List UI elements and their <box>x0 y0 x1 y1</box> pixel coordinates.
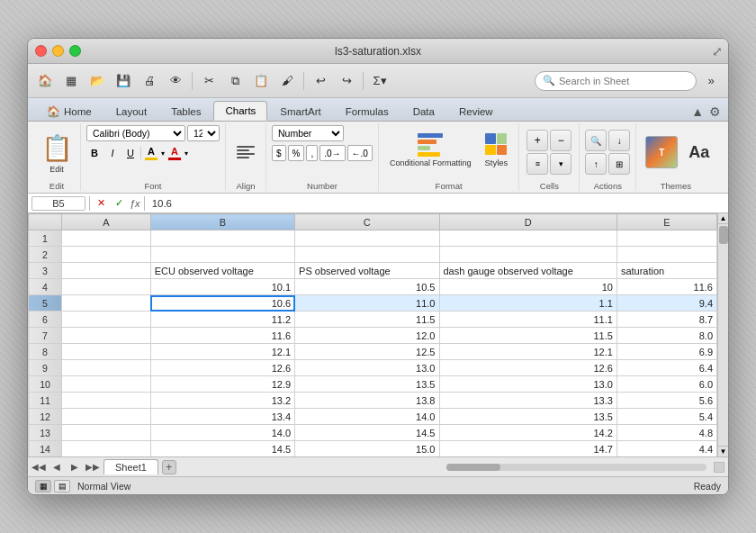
table-cell[interactable] <box>150 230 294 247</box>
next-sheet-button[interactable]: ▶ <box>68 460 82 474</box>
action-btn-1[interactable]: 🔍 <box>585 130 607 151</box>
format-painter-icon[interactable]: 🖌 <box>275 69 299 93</box>
table-cell[interactable]: 14.5 <box>150 441 294 457</box>
table-cell[interactable]: 13.5 <box>295 376 439 393</box>
table-cell[interactable]: 6.4 <box>616 360 716 376</box>
themes-button[interactable]: T <box>642 134 681 170</box>
format-cells-button[interactable]: ≡ <box>526 153 548 175</box>
table-cell[interactable]: 13.5 <box>439 409 616 425</box>
tab-formulas[interactable]: Formulas <box>334 101 400 121</box>
conditional-formatting-button[interactable]: Conditional Formatting <box>384 125 477 176</box>
number-format-select[interactable]: Number <box>272 125 344 141</box>
table-cell[interactable]: 14.7 <box>439 441 616 457</box>
tab-layout[interactable]: Layout <box>104 101 159 121</box>
sheet1-tab[interactable]: Sheet1 <box>104 459 158 474</box>
paste-button[interactable]: 📋 Edit <box>39 129 75 176</box>
table-cell[interactable] <box>62 409 151 425</box>
tab-home[interactable]: 🏠 Home <box>35 101 104 121</box>
table-cell[interactable]: 10.5 <box>295 279 439 295</box>
print-icon[interactable]: 🖨 <box>138 69 161 93</box>
table-cell[interactable]: saturation <box>616 263 716 279</box>
percent-button[interactable]: % <box>288 145 305 161</box>
table-cell[interactable] <box>62 295 151 312</box>
table-cell[interactable]: 12.1 <box>439 344 616 360</box>
cell-reference[interactable] <box>32 196 86 211</box>
italic-button[interactable]: I <box>104 145 121 161</box>
table-cell[interactable]: 14.5 <box>295 425 439 441</box>
table-cell[interactable] <box>439 247 616 263</box>
minimize-button[interactable] <box>52 45 64 57</box>
table-cell[interactable]: 11.6 <box>616 279 716 295</box>
table-cell[interactable]: 10.1 <box>150 279 294 295</box>
highlight-dropdown[interactable]: ▾ <box>161 149 165 158</box>
page-layout-view-button[interactable]: ▤ <box>54 480 70 492</box>
font-color-button[interactable]: A <box>166 145 183 161</box>
table-cell[interactable]: 5.4 <box>616 409 716 425</box>
scroll-up-button[interactable]: ▲ <box>718 213 728 224</box>
table-cell[interactable]: 4.4 <box>616 441 716 457</box>
currency-button[interactable]: $ <box>272 145 286 161</box>
table-cell[interactable] <box>62 230 151 247</box>
add-sheet-button[interactable]: + <box>162 460 176 474</box>
table-cell[interactable]: 9.4 <box>616 295 716 312</box>
table-cell[interactable]: 13.3 <box>439 393 616 409</box>
highlight-color-button[interactable]: A <box>143 145 159 161</box>
formula-input[interactable] <box>148 198 724 209</box>
action-btn-4[interactable]: ⊞ <box>608 153 630 175</box>
action-btn-3[interactable]: ↑ <box>585 153 607 175</box>
first-sheet-button[interactable]: ◀◀ <box>32 460 46 474</box>
styles-button[interactable]: Styles <box>479 125 513 176</box>
last-sheet-button[interactable]: ▶▶ <box>86 460 100 474</box>
maximize-button[interactable] <box>69 45 81 57</box>
table-cell[interactable]: 12.6 <box>439 360 616 376</box>
table-cell[interactable]: 8.0 <box>616 328 716 344</box>
resize-icon[interactable]: ⤢ <box>712 44 723 59</box>
table-cell[interactable]: 13.2 <box>150 393 294 409</box>
font-size-select[interactable]: 12 <box>187 125 220 141</box>
decrease-decimal-button[interactable]: ←.0 <box>347 145 373 161</box>
col-header-b[interactable]: B <box>150 214 294 230</box>
ribbon-expand[interactable]: ▲ ⚙ <box>691 104 721 121</box>
scroll-down-button[interactable]: ▼ <box>718 446 728 456</box>
table-cell[interactable] <box>616 247 716 263</box>
table-cell[interactable] <box>62 247 151 263</box>
table-cell[interactable]: 11.5 <box>439 328 616 344</box>
more-cells-button[interactable]: ▾ <box>550 153 572 175</box>
table-cell[interactable]: 12.9 <box>150 376 294 393</box>
tab-tables[interactable]: Tables <box>159 101 212 121</box>
table-cell[interactable]: 12.1 <box>150 344 294 360</box>
table-cell[interactable] <box>62 279 151 295</box>
copy-icon[interactable]: ⧉ <box>223 69 247 93</box>
home-toolbar-icon[interactable]: 🏠 <box>33 69 57 93</box>
table-cell[interactable] <box>62 425 151 441</box>
col-header-e[interactable]: E <box>616 214 716 230</box>
table-cell[interactable] <box>616 230 716 247</box>
bold-button[interactable]: B <box>86 145 103 161</box>
table-cell[interactable]: 14.0 <box>150 425 294 441</box>
insert-cells-button[interactable]: + <box>526 130 548 151</box>
scroll-corner[interactable] <box>714 462 724 473</box>
table-cell[interactable]: 8.7 <box>616 312 716 328</box>
table-cell[interactable]: ECU observed voltage <box>150 263 294 279</box>
action-btn-2[interactable]: ↓ <box>608 130 630 151</box>
table-cell[interactable] <box>150 247 294 263</box>
table-cell[interactable]: 12.6 <box>150 360 294 376</box>
horizontal-scrollbar[interactable] <box>446 464 706 471</box>
normal-view-button[interactable]: ▦ <box>35 480 51 492</box>
table-cell[interactable]: 13.4 <box>150 409 294 425</box>
table-cell[interactable]: 15.0 <box>295 441 439 457</box>
delete-cells-button[interactable]: − <box>550 130 572 151</box>
table-cell[interactable] <box>62 328 151 344</box>
tab-data[interactable]: Data <box>401 101 446 121</box>
open-icon[interactable]: 📂 <box>86 69 109 93</box>
prev-sheet-button[interactable]: ◀ <box>50 460 64 474</box>
font-family-select[interactable]: Calibri (Body) <box>86 125 185 141</box>
table-cell[interactable]: 10 <box>439 279 616 295</box>
grid-icon[interactable]: ▦ <box>59 69 83 93</box>
function-icon[interactable]: ƒx <box>130 198 140 209</box>
table-cell[interactable] <box>295 230 439 247</box>
table-cell[interactable] <box>62 344 151 360</box>
sum-icon[interactable]: Σ▾ <box>368 69 392 93</box>
col-header-a[interactable]: A <box>62 214 151 230</box>
confirm-formula-button[interactable]: ✓ <box>112 196 126 211</box>
